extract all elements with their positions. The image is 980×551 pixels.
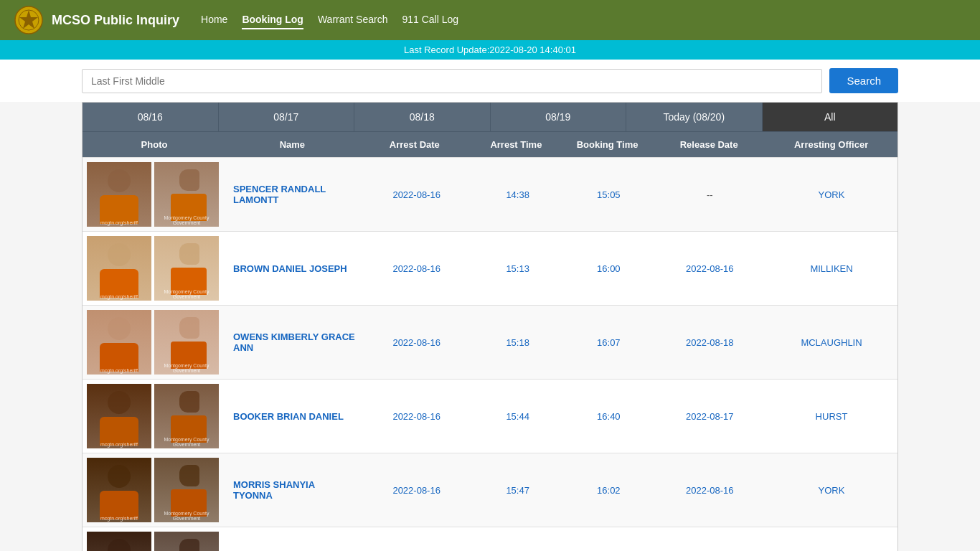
search-bar: Search — [0, 60, 980, 102]
header-arrest-time: Arrest Time — [471, 132, 562, 157]
date-tabs: 08/16 08/17 08/18 08/19 Today (08/20) Al… — [83, 103, 897, 131]
column-headers: Photo Name Arrest Date Arrest Time Booki… — [83, 131, 897, 157]
date-tab-today[interactable]: Today (08/20) — [626, 103, 763, 131]
header-release-date: Release Date — [653, 132, 765, 157]
table-row[interactable]: mcgtn.org/sheriff Montgomery County Gove… — [83, 453, 897, 527]
officer-cell: HURST — [765, 404, 897, 429]
name-cell[interactable]: BOOKER BRIAN DANIEL — [226, 404, 361, 429]
search-input[interactable] — [82, 69, 822, 93]
booking-time-cell: 16:40 — [563, 404, 654, 429]
app-title: MCSO Public Inquiry — [52, 13, 179, 28]
booking-time-cell: 16:02 — [563, 478, 654, 503]
date-tab-0817[interactable]: 08/17 — [219, 103, 355, 131]
booking-table: 08/16 08/17 08/18 08/19 Today (08/20) Al… — [82, 102, 898, 551]
officer-cell: YORK — [765, 478, 897, 503]
arrest-date-cell: 2022-08-16 — [361, 330, 472, 355]
table-row[interactable]: mcgtn.org/sheriff Montgomery County Gove… — [83, 379, 897, 453]
update-bar-text: Last Record Update:2022-08-20 14:40:01 — [404, 44, 576, 55]
nav-warrant-search[interactable]: Warrant Search — [318, 11, 388, 29]
photo-cell: mcgtn.org/sheriff Montgomery County Gove… — [83, 453, 226, 527]
date-tab-0818[interactable]: 08/18 — [354, 103, 491, 131]
table-row[interactable]: mcgtn.org/sheriff Montgomery County Gove… — [83, 527, 897, 551]
mugshot-front: mcgtn.org/sheriff — [87, 532, 151, 551]
mugshot-front: mcgtn.org/sheriff — [87, 236, 151, 301]
arrest-time-cell: 15:44 — [472, 404, 563, 429]
table-row[interactable]: mcgtn.org/sheriff Montgomery County Gove… — [83, 231, 897, 305]
photo-cell: mcgtn.org/sheriff Montgomery County Gove… — [83, 232, 226, 305]
arrest-date-cell: 2022-08-16 — [361, 256, 472, 281]
nav-links: Home Booking Log Warrant Search 911 Call… — [201, 11, 458, 29]
release-date-cell: 2022-08-16 — [654, 256, 765, 281]
arrest-time-cell: 15:13 — [472, 256, 563, 281]
arrest-time-cell: 15:18 — [472, 330, 563, 355]
photo-cell: mcgtn.org/sheriff Montgomery County Gove… — [83, 158, 226, 231]
photo-cell: mcgtn.org/sheriff Montgomery County Gove… — [83, 527, 226, 551]
arrest-date-cell: 2022-08-16 — [361, 182, 472, 207]
header-booking-time: Booking Time — [562, 132, 653, 157]
mugshot-side: Montgomery County Government — [154, 458, 219, 522]
photo-cell: mcgtn.org/sheriff Montgomery County Gove… — [83, 380, 226, 453]
header-name: Name — [226, 132, 359, 157]
release-date-cell: 2022-08-18 — [654, 330, 765, 355]
header-arrest-date: Arrest Date — [359, 132, 471, 157]
release-date-cell: 2022-08-16 — [654, 478, 765, 503]
mugshot-front: mcgtn.org/sheriff — [87, 162, 151, 227]
mugshot-side: Montgomery County Government — [154, 384, 219, 448]
table-row[interactable]: mcgtn.org/sheriff Montgomery County Gove… — [83, 305, 897, 379]
update-bar: Last Record Update:2022-08-20 14:40:01 — [0, 40, 980, 60]
nav-booking-log[interactable]: Booking Log — [242, 11, 303, 29]
name-cell[interactable]: MORRIS SHANYIA TYONNA — [226, 472, 361, 508]
mugshot-side: Montgomery County Government — [154, 236, 219, 301]
photo-cell: mcgtn.org/sheriff Montgomery County Gove… — [83, 306, 226, 379]
header-arresting-officer: Arresting Officer — [765, 132, 897, 157]
table-row[interactable]: mcgtn.org/sheriff Montgomery County Gove… — [83, 157, 897, 231]
officer-cell: YORK — [765, 182, 897, 207]
nav-home[interactable]: Home — [201, 11, 227, 29]
arrest-time-cell: 15:47 — [472, 478, 563, 503]
navbar: MCSO Public Inquiry Home Booking Log War… — [0, 0, 980, 40]
release-date-cell: 2022-08-17 — [654, 404, 765, 429]
mugshot-front: mcgtn.org/sheriff — [87, 458, 151, 522]
name-cell[interactable]: BROWN DANIEL JOSEPH — [226, 256, 361, 281]
mugshot-front: mcgtn.org/sheriff — [87, 384, 151, 448]
arrest-date-cell: 2022-08-16 — [361, 478, 472, 503]
release-date-cell: -- — [654, 182, 765, 207]
mugshot-side: Montgomery County Government — [154, 162, 219, 227]
mugshot-side: Montgomery County Government — [154, 532, 219, 551]
date-tab-0819[interactable]: 08/19 — [491, 103, 627, 131]
search-button[interactable]: Search — [829, 68, 898, 93]
mugshot-side: Montgomery County Government — [154, 310, 219, 375]
booking-time-cell: 16:00 — [563, 256, 654, 281]
officer-cell: MILLIKEN — [765, 256, 897, 281]
date-tab-0816[interactable]: 08/16 — [83, 103, 219, 131]
header-photo: Photo — [83, 132, 226, 157]
booking-time-cell: 15:05 — [563, 182, 654, 207]
app-logo — [14, 6, 43, 34]
arrest-time-cell: 14:38 — [472, 182, 563, 207]
officer-cell: MCLAUGHLIN — [765, 330, 897, 355]
name-cell[interactable]: OWENS KIMBERLY GRACE ANN — [226, 324, 361, 360]
nav-911-call-log[interactable]: 911 Call Log — [402, 11, 458, 29]
mugshot-front: mcgtn.org/sheriff — [87, 310, 151, 375]
name-cell[interactable]: SPENCER RANDALL LAMONTT — [226, 176, 361, 212]
date-tab-all[interactable]: All — [763, 103, 898, 131]
rows-container: mcgtn.org/sheriff Montgomery County Gove… — [83, 157, 897, 551]
booking-time-cell: 16:07 — [563, 330, 654, 355]
arrest-date-cell: 2022-08-16 — [361, 404, 472, 429]
